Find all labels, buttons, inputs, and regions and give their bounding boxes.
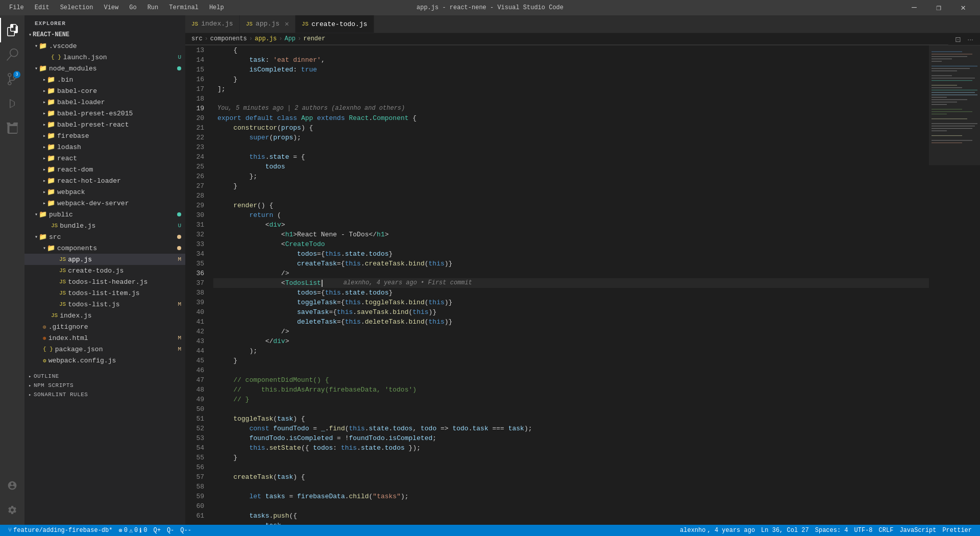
tab-appjs[interactable]: JS app.js ✕ — [240, 15, 296, 33]
menu-run[interactable]: Run — [143, 3, 163, 12]
tree-item[interactable]: ⚙ webpack.config.js — [24, 355, 185, 366]
code-line-57 — [213, 482, 929, 492]
extensions-icon[interactable] — [0, 116, 24, 140]
maximize-button[interactable]: ❐ — [927, 0, 950, 15]
tree-item[interactable]: JS index.js — [24, 310, 185, 321]
item-label: babel-preset-es2015 — [57, 110, 185, 117]
code-editor[interactable]: { task: 'eat dinner', isCompleted: true … — [213, 45, 929, 525]
minimize-button[interactable]: — — [902, 0, 926, 15]
code-line-42: </div> — [213, 336, 929, 346]
folder-arrow: ▸ — [43, 200, 46, 206]
tab-close-button[interactable]: ✕ — [285, 19, 289, 28]
language-status[interactable]: JavaScript — [896, 525, 939, 536]
tab-file-icon: JS — [302, 21, 308, 27]
menu-terminal[interactable]: Terminal — [165, 3, 203, 12]
source-control-icon[interactable]: 3 — [0, 67, 24, 91]
code-line-47: // this.bindAsArray(firebaseData, 'todos… — [213, 385, 929, 395]
prettier-status[interactable]: Prettier — [939, 525, 975, 536]
minimap — [929, 45, 980, 525]
tree-item-firebase[interactable]: ▸ 📁 firebase — [24, 130, 185, 141]
q-minus-status[interactable]: Q- — [164, 525, 177, 536]
tree-item[interactable]: ▾ 📁 components — [24, 242, 185, 254]
account-icon[interactable] — [0, 473, 24, 498]
folder-arrow: ▾ — [35, 234, 38, 240]
q-plus-status[interactable]: Q+ — [151, 525, 164, 536]
line-number: 37 — [185, 278, 208, 288]
tree-root[interactable]: ▾ REACT-NENE — [24, 29, 185, 40]
item-label: .vscode — [49, 42, 181, 50]
tree-item[interactable]: ▸ 📁 babel-loader — [24, 96, 185, 108]
tree-item[interactable]: ▾ 📁 node_modules — [24, 63, 185, 74]
sidebar-header: Explorer — [24, 15, 185, 29]
breadcrumb-appjs[interactable]: app.js — [255, 35, 277, 42]
tree-item[interactable]: ▸ 📁 webpack-dev-server — [24, 198, 185, 209]
explorer-icon[interactable] — [0, 18, 24, 42]
tree-item[interactable]: ⊛ index.html M — [24, 332, 185, 344]
close-button[interactable]: ✕ — [951, 0, 975, 15]
git-author-status[interactable]: alexnho , 4 years ago — [677, 525, 758, 536]
menu-file[interactable]: File — [5, 3, 28, 12]
breadcrumb-app[interactable]: App — [284, 35, 296, 42]
tree-item[interactable]: ▸ 📁 babel-preset-es2015 — [24, 108, 185, 119]
sonarlint-section[interactable]: ▸ SONARLINT RULES — [24, 389, 185, 399]
git-branch-status[interactable]: ⑂ feature/adding-firebase-db* — [5, 525, 115, 536]
line-number: 35 — [185, 259, 208, 269]
more-actions-button[interactable]: ··· — [965, 34, 976, 44]
tree-item[interactable]: ▸ 📁 .bin — [24, 74, 185, 85]
tree-item[interactable]: JS bundle.js U — [24, 220, 185, 231]
folder-icon: 📁 — [39, 210, 47, 218]
menu-go[interactable]: Go — [125, 3, 140, 12]
menu-edit[interactable]: Edit — [31, 3, 54, 12]
line-col-status[interactable]: Ln 36, Col 27 — [758, 525, 812, 536]
breadcrumb-components[interactable]: components — [210, 35, 247, 42]
tab-indexjs[interactable]: JS index.js — [185, 15, 240, 33]
menu-view[interactable]: View — [100, 3, 122, 12]
search-activity-icon[interactable] — [0, 42, 24, 67]
line-ending-status[interactable]: CRLF — [876, 525, 897, 536]
menu-selection[interactable]: Selection — [56, 3, 97, 12]
tree-item[interactable]: ▾ 📁 public — [24, 209, 185, 220]
tree-item[interactable]: ▾ 📁 src — [24, 231, 185, 242]
folder-arrow: ▸ — [43, 166, 46, 173]
tree-item-appjs[interactable]: JS app.js M — [24, 254, 185, 265]
code-line-36: <TodosList alexnho, 4 years ago • First … — [213, 278, 929, 288]
item-badge: M — [178, 335, 181, 341]
tree-item[interactable]: JS create-todo.js — [24, 265, 185, 276]
tree-item[interactable]: ▸ 📁 lodash — [24, 141, 185, 153]
tree-item[interactable]: ▸ 📁 babel-core — [24, 85, 185, 96]
code-line-54: } — [213, 453, 929, 462]
tree-item[interactable]: { } launch.json U — [24, 52, 185, 63]
tree-item[interactable]: JS todos-list-header.js — [24, 276, 185, 287]
q-minus-label: Q- — [167, 527, 174, 534]
run-icon[interactable] — [0, 91, 24, 116]
line-number: 15 — [185, 65, 208, 75]
line-number: 17 — [185, 84, 208, 94]
tree-item[interactable]: ▸ 📁 react-dom — [24, 164, 185, 175]
outline-section[interactable]: ▸ OUTLINE — [24, 371, 185, 380]
tree-item[interactable]: ⊙ .gitignore — [24, 321, 185, 332]
encoding-status[interactable]: UTF-8 — [851, 525, 876, 536]
breadcrumb-src[interactable]: src — [191, 35, 203, 42]
menu-help[interactable]: Help — [205, 3, 228, 12]
npm-scripts-section[interactable]: ▸ NPM SCRIPTS — [24, 380, 185, 389]
spaces-status[interactable]: Spaces: 4 — [812, 525, 851, 536]
split-editor-button[interactable]: ⊡ — [952, 34, 964, 44]
tab-createtodo[interactable]: JS create-todo.js — [296, 15, 374, 33]
settings-icon[interactable] — [0, 498, 24, 522]
tree-item[interactable]: JS todos-list.js M — [24, 299, 185, 310]
tree-item[interactable]: ▸ 📁 react-hot-loader — [24, 175, 185, 186]
tree-item[interactable]: ▸ 📁 webpack — [24, 186, 185, 198]
code-line-40: deleteTask={this.deleteTask.bind(this)} — [213, 317, 929, 327]
item-badge: U — [178, 54, 181, 60]
tree-item[interactable]: ▸ 📁 babel-preset-react — [24, 119, 185, 130]
line-number: 26 — [185, 172, 208, 181]
breadcrumb-render[interactable]: render — [303, 35, 325, 42]
item-label: bundle.js — [60, 222, 178, 230]
tree-item[interactable]: ▸ 📁 react — [24, 153, 185, 164]
tree-item[interactable]: JS todos-list-item.js — [24, 287, 185, 299]
q-minus2-status[interactable]: Q-- — [177, 525, 194, 536]
item-label: react-dom — [57, 166, 185, 174]
tree-item[interactable]: ▾ 📁 .vscode — [24, 40, 185, 52]
error-count[interactable]: ⊗ 0 ⚠ 0 ℹ 0 — [115, 525, 150, 536]
tree-item[interactable]: { } package.json M — [24, 344, 185, 355]
